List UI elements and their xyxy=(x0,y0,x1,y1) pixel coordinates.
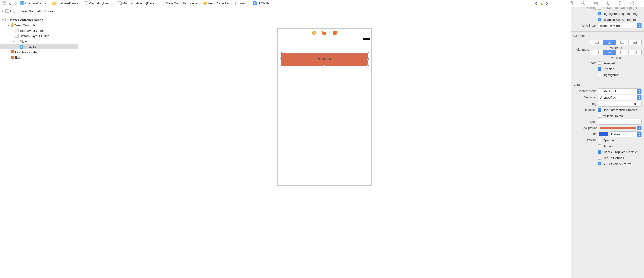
line-break-select[interactable]: Truncate Middle ▲▼ xyxy=(598,23,642,28)
tint-color-swatch[interactable] xyxy=(599,132,608,136)
state-selected-checkbox[interactable] xyxy=(598,61,601,65)
nav-forward-button[interactable] xyxy=(13,1,18,6)
breadcrumb-item[interactable]: View Controller xyxy=(203,1,230,5)
document-outline[interactable]: Logon View Controller Scene View Control… xyxy=(0,7,78,278)
first-responder-dock-icon[interactable] xyxy=(322,31,326,35)
tag-stepper[interactable]: 0 xyxy=(598,101,642,106)
align-right-seg[interactable] xyxy=(616,40,628,45)
disclosure-icon[interactable] xyxy=(2,10,4,12)
clip-to-bounds-checkbox[interactable] xyxy=(598,156,601,160)
warning-icon[interactable]: ▲ xyxy=(540,1,543,5)
add-button[interactable]: + xyxy=(573,132,576,136)
background-color-well[interactable]: ▲▼ xyxy=(599,126,642,130)
sign-in-button[interactable]: SIGN IN xyxy=(281,52,368,66)
select-value: Scale To Fill xyxy=(600,89,616,93)
connections-inspector-tab[interactable] xyxy=(630,1,635,6)
alignment-caption: Vertical xyxy=(590,56,642,60)
align-vfill-seg[interactable] xyxy=(628,50,641,55)
exit-dock-icon[interactable] xyxy=(333,31,337,35)
identity-inspector-tab[interactable] xyxy=(593,1,598,6)
autoresize-checkbox[interactable] xyxy=(598,162,601,165)
outline-view[interactable]: View xyxy=(0,39,78,44)
selection-handle[interactable] xyxy=(280,58,282,60)
disclosure-icon[interactable] xyxy=(7,24,10,27)
tint-select[interactable]: Default▲▼ xyxy=(610,131,642,137)
breadcrumb-label: View Controller Scene xyxy=(166,1,197,5)
breadcrumb-item[interactable]: View Controller Scene xyxy=(161,1,198,5)
storyboard-icon xyxy=(118,1,122,5)
align-left-seg[interactable] xyxy=(590,40,603,45)
selection-handle[interactable] xyxy=(324,65,325,66)
breadcrumb-item[interactable]: Main.storyboard (Base) xyxy=(117,1,156,5)
disclosure-icon[interactable] xyxy=(12,40,15,43)
shows-touch-checkbox[interactable] xyxy=(598,7,601,9)
align-bottom-seg[interactable] xyxy=(616,50,628,55)
root-view[interactable]: SIGN IN xyxy=(278,41,372,185)
multiple-touch-checkbox[interactable] xyxy=(598,114,601,117)
outline-scene-logon[interactable]: Logon View Controller Scene xyxy=(0,8,78,14)
svg-rect-31 xyxy=(620,51,624,54)
align-hfill-seg[interactable] xyxy=(628,40,641,45)
semantic-select[interactable]: Unspecified▲▼ xyxy=(598,95,642,100)
selection-handle[interactable] xyxy=(367,65,369,66)
attributes-inspector-tab[interactable] xyxy=(605,1,610,6)
breadcrumb-item[interactable]: View xyxy=(235,1,247,5)
view-controller-dock-icon[interactable] xyxy=(312,31,316,35)
storyboard-canvas[interactable]: SIGN IN xyxy=(78,7,571,278)
state-enabled-checkbox[interactable] xyxy=(598,67,601,71)
add-button[interactable]: + xyxy=(573,126,576,130)
breadcrumb-item[interactable]: BSIGN IN xyxy=(252,1,270,5)
breadcrumb-item[interactable]: FirebaseDemo xyxy=(51,1,78,5)
chevron-right-icon: 〉 xyxy=(248,1,252,5)
related-items-icon[interactable] xyxy=(2,1,6,6)
outline-scene-vc[interactable]: View Controller Scene xyxy=(0,17,78,22)
outline-view-controller[interactable]: View Controller xyxy=(0,22,78,28)
svg-rect-4 xyxy=(570,2,572,5)
selection-handle[interactable] xyxy=(280,65,282,66)
jumpbar-next-button[interactable] xyxy=(544,1,549,6)
breadcrumb: FirebaseDemo〉FirebaseDemo〉Main.storyboar… xyxy=(18,1,534,5)
clears-graphics-checkbox[interactable] xyxy=(598,150,601,154)
file-inspector-tab[interactable] xyxy=(569,1,574,6)
align-top-seg[interactable] xyxy=(590,50,603,55)
view-icon xyxy=(16,39,19,43)
breadcrumb-item[interactable]: FirebaseDemo xyxy=(20,1,46,5)
selection-handle[interactable] xyxy=(367,52,369,53)
status-bar xyxy=(278,37,372,41)
outline-first-responder[interactable]: First Responder xyxy=(0,49,78,55)
align-hcenter-seg[interactable] xyxy=(603,40,616,45)
hidden-checkbox[interactable] xyxy=(598,144,601,148)
selection-handle[interactable] xyxy=(324,52,325,53)
outline-sign-in-button[interactable]: B SIGN IN xyxy=(0,44,78,49)
dropdown-icon[interactable]: ▲▼ xyxy=(637,126,641,130)
content-mode-select[interactable]: Scale To Fill▲▼ xyxy=(598,88,642,94)
breadcrumb-item[interactable]: Main.storyboard xyxy=(83,1,112,5)
layout-guide-icon xyxy=(15,34,18,38)
alignment-caption: Horizontal xyxy=(590,46,642,49)
highlighted-adjusts-checkbox[interactable] xyxy=(598,12,601,15)
nav-back-button[interactable] xyxy=(7,1,12,6)
quick-help-tab[interactable]: ? xyxy=(581,1,586,6)
checkbox-label: Selected xyxy=(603,61,615,65)
outline-bottom-layout-guide[interactable]: Bottom Layout Guide xyxy=(0,33,78,39)
disabled-adjusts-checkbox[interactable] xyxy=(598,18,601,21)
user-interaction-checkbox[interactable] xyxy=(598,108,601,112)
opaque-checkbox[interactable] xyxy=(598,139,601,142)
selection-handle[interactable] xyxy=(280,52,282,53)
checkbox-label: Clears Graphics Context xyxy=(603,150,638,154)
field-label: Content Mode xyxy=(573,89,596,93)
svg-point-17 xyxy=(630,2,634,5)
outline-exit[interactable]: Exit xyxy=(0,55,78,60)
size-inspector-tab[interactable] xyxy=(618,1,622,6)
view-controller-preview[interactable]: SIGN IN xyxy=(277,28,372,186)
align-vcenter-seg[interactable] xyxy=(603,50,616,55)
horizontal-alignment-segmented[interactable] xyxy=(590,39,642,45)
outline-top-layout-guide[interactable]: Top Layout Guide xyxy=(0,28,78,33)
first-responder-icon xyxy=(11,50,14,54)
vertical-alignment-segmented[interactable] xyxy=(590,50,642,55)
disclosure-icon[interactable] xyxy=(2,18,4,21)
alpha-stepper[interactable]: 1 xyxy=(598,119,642,125)
state-highlighted-checkbox[interactable] xyxy=(598,73,601,76)
jumpbar-prev-button[interactable] xyxy=(534,1,539,6)
selection-handle[interactable] xyxy=(367,58,369,60)
